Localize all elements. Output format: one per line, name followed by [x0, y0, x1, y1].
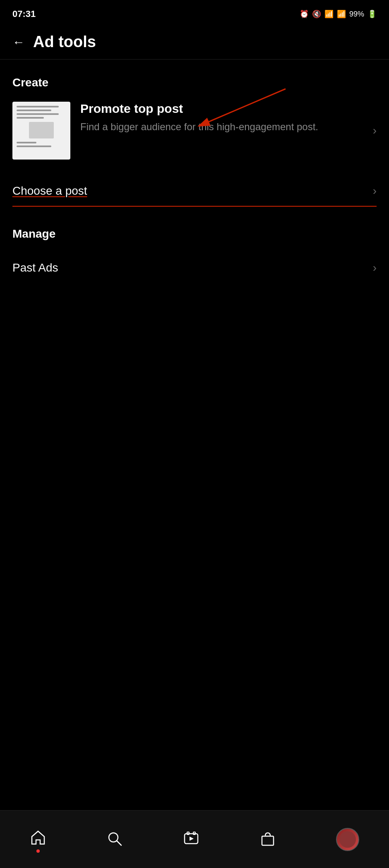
status-time: 07:31 — [12, 9, 36, 19]
back-button[interactable]: ← — [12, 35, 25, 49]
signal-icon: 📶 — [337, 10, 346, 19]
promote-top-post-card[interactable]: Promote top post Find a bigger audience … — [12, 102, 377, 160]
profile-avatar[interactable] — [336, 828, 359, 851]
promote-text-block: Promote top post Find a bigger audience … — [80, 102, 373, 134]
thumb-line-1 — [17, 106, 59, 107]
status-bar: 07:31 ⏰ 🔇 📶 📶 99% 🔋 — [0, 0, 389, 25]
choose-post-label[interactable]: Choose a post — [12, 184, 87, 198]
past-ads-chevron-icon: › — [373, 261, 377, 274]
promote-top-post-title: Promote top post — [80, 102, 373, 116]
thumb-box — [29, 122, 54, 138]
wifi-icon: 📶 — [324, 10, 334, 19]
nav-search[interactable] — [98, 826, 131, 853]
choose-post-row[interactable]: Choose a post › — [12, 176, 377, 207]
nav-profile[interactable] — [328, 824, 367, 855]
past-ads-label[interactable]: Past Ads — [12, 261, 58, 274]
page-header: ← Ad tools — [0, 25, 389, 59]
thumb-line-3 — [17, 113, 59, 115]
nav-home[interactable] — [22, 825, 55, 854]
home-active-dot — [36, 849, 40, 853]
past-ads-row[interactable]: Past Ads › — [12, 253, 377, 283]
search-icon — [106, 830, 123, 849]
promote-chevron-icon: › — [373, 124, 377, 137]
thumb-line-5 — [17, 142, 36, 143]
bottom-navigation — [0, 810, 389, 868]
alarm-icon: ⏰ — [300, 10, 309, 19]
promote-top-post-description: Find a bigger audience for this high-eng… — [80, 120, 373, 134]
svg-line-3 — [117, 841, 121, 845]
thumb-line-4 — [17, 117, 44, 119]
svg-marker-7 — [190, 837, 194, 841]
thumb-line-2 — [17, 110, 51, 111]
nav-video[interactable] — [175, 826, 208, 853]
mute-icon: 🔇 — [312, 10, 321, 19]
video-icon — [183, 830, 199, 849]
choose-post-chevron-icon: › — [373, 184, 377, 198]
status-icons: ⏰ 🔇 📶 📶 99% 🔋 — [300, 10, 377, 19]
main-content: Create Promote top post — [0, 60, 389, 283]
battery-level: 99% — [349, 10, 364, 19]
create-section-title: Create — [12, 76, 377, 89]
avatar-image — [339, 831, 356, 848]
page-title: Ad tools — [33, 33, 96, 51]
svg-rect-8 — [262, 836, 274, 845]
shop-icon — [259, 830, 276, 849]
home-icon — [30, 829, 46, 849]
nav-shop[interactable] — [251, 826, 284, 853]
manage-section-title: Manage — [12, 227, 377, 241]
promote-card-left: Promote top post Find a bigger audience … — [12, 102, 373, 160]
battery-icon: 🔋 — [367, 10, 377, 19]
thumb-line-6 — [17, 145, 51, 147]
post-thumbnail — [12, 102, 70, 160]
